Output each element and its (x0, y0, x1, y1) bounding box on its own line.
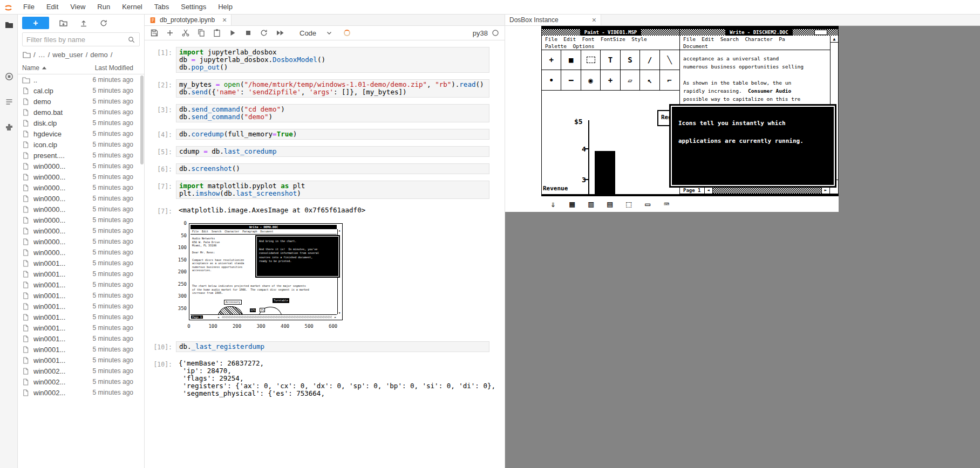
table-of-contents-icon[interactable] (4, 97, 15, 107)
code-editor[interactable]: my_bytes = open("/home/mturk/temp/window… (176, 79, 489, 98)
file-row[interactable]: win0000...5 minutes ago (18, 182, 144, 193)
paste-cells-button[interactable] (213, 29, 221, 37)
extensions-icon[interactable] (4, 122, 15, 133)
file-row[interactable]: win0002...5 minutes ago (18, 366, 144, 376)
upload-button[interactable] (79, 19, 88, 27)
sort-by-name-header[interactable]: Name (22, 64, 88, 72)
file-row[interactable]: win0001...5 minutes ago (18, 279, 144, 290)
file-row[interactable]: win0000...5 minutes ago (18, 236, 144, 247)
file-browser-icon[interactable] (4, 19, 15, 30)
file-row[interactable]: win0000...5 minutes ago (18, 161, 144, 171)
write-menubar-row2[interactable]: Document (680, 43, 838, 50)
paint-tool-icon-7[interactable]: ╲ (660, 50, 679, 70)
desktop-app-icon-4[interactable]: ▤ (603, 198, 616, 210)
file-row[interactable]: win0001...5 minutes ago (18, 258, 144, 269)
desktop-app-icon-5[interactable]: ⬚ (622, 198, 635, 210)
save-button[interactable] (150, 29, 159, 37)
paint-tool-icon-5[interactable]: S (621, 50, 640, 70)
paint-tool-icon-8[interactable]: • (542, 70, 561, 90)
menu-tabs[interactable]: Tabs (148, 0, 175, 14)
file-row[interactable]: win0001...5 minutes ago (18, 322, 144, 333)
file-row[interactable]: cal.clp5 minutes ago (18, 85, 144, 96)
cell-type-select[interactable]: Code (300, 29, 332, 37)
file-row[interactable]: demo5 minutes ago (18, 96, 144, 107)
code-editor[interactable]: import jupyterlab_dosboxdb = jupyterlab_… (176, 47, 489, 73)
menu-edit[interactable]: Edit (40, 0, 64, 14)
file-row[interactable]: win0002...5 minutes ago (18, 387, 144, 398)
desktop-app-icon-1[interactable]: ⇓ (547, 198, 560, 210)
menu-kernel[interactable]: Kernel (116, 0, 148, 14)
file-row[interactable]: hgdevice5 minutes ago (18, 128, 144, 139)
file-row[interactable]: win0001...5 minutes ago (18, 333, 144, 344)
paint-tool-icon-13[interactable]: ↖ (640, 70, 659, 90)
dosbox-screen[interactable]: Paint - VIDEO1.MSP File Edit Font FontSi… (541, 26, 839, 212)
tab-dosbox[interactable]: DosBox Instance × (505, 15, 601, 25)
desktop-app-icon-3[interactable]: ▥ (584, 198, 597, 210)
file-row[interactable]: ..6 minutes ago (18, 74, 144, 85)
menu-run[interactable]: Run (91, 0, 116, 14)
run-button[interactable] (228, 29, 237, 37)
close-tab-icon[interactable]: × (592, 16, 596, 24)
file-row[interactable]: win0001...5 minutes ago (18, 301, 144, 312)
file-row[interactable]: win0001...5 minutes ago (18, 269, 144, 279)
refresh-button[interactable] (99, 19, 108, 27)
file-row[interactable]: win0001...5 minutes ago (18, 290, 144, 301)
breadcrumb-segment[interactable]: demo (90, 51, 108, 59)
menu-file[interactable]: File (17, 0, 40, 14)
running-kernels-icon[interactable] (4, 71, 15, 82)
new-folder-button[interactable] (59, 19, 68, 27)
kernel-name-label[interactable]: py38 (473, 29, 488, 37)
write-horizontal-scrollbar[interactable]: Page 1 ◄ ► (680, 187, 830, 194)
file-list-scrollbar[interactable] (140, 75, 144, 164)
file-row[interactable]: win0001...5 minutes ago (18, 344, 144, 355)
file-row[interactable]: disk.clp5 minutes ago (18, 118, 144, 128)
paint-tool-icon-12[interactable]: ▱ (621, 70, 640, 90)
menu-view[interactable]: View (64, 0, 91, 14)
paint-tool-icon-14[interactable]: ⌐ (660, 70, 679, 90)
paint-tool-icon-11[interactable]: + (601, 70, 620, 90)
code-editor[interactable]: db.send_command("cd demo")db.send_comman… (176, 104, 489, 122)
paint-tool-icon-9[interactable]: ━ (561, 70, 581, 90)
interrupt-kernel-button[interactable] (244, 29, 253, 37)
write-maximize-box[interactable] (814, 30, 827, 35)
restart-kernel-button[interactable] (260, 29, 268, 37)
file-row[interactable]: demo.bat5 minutes ago (18, 107, 144, 118)
file-row[interactable]: win0001...5 minutes ago (18, 355, 144, 366)
code-editor[interactable]: import matplotlib.pyplot as pltplt.imsho… (176, 181, 489, 199)
sort-by-modified-header[interactable]: Last Modified (88, 64, 140, 72)
write-titlebar[interactable]: Write - DISCHEM2.DOC (680, 29, 838, 36)
new-launcher-button[interactable]: + (22, 17, 49, 29)
file-row[interactable]: win0000...5 minutes ago (18, 204, 144, 215)
breadcrumb-segment[interactable]: … (38, 51, 45, 59)
desktop-app-icon-2[interactable]: ▦ (566, 198, 579, 210)
paint-tool-icon-1[interactable]: + (542, 50, 561, 70)
tab-notebook[interactable]: db_prototype.ipynb × (145, 15, 232, 25)
breadcrumb-segment[interactable]: web_user (52, 51, 83, 59)
home-folder-icon[interactable] (23, 51, 31, 58)
paint-tool-icon-10[interactable]: ◉ (581, 70, 601, 90)
paint-tool-icon-3[interactable] (581, 50, 601, 70)
write-menubar-row1[interactable]: File Edit Search Character Pa (680, 36, 838, 43)
paint-tool-icon-6[interactable]: / (640, 50, 659, 70)
file-row[interactable]: win0001...5 minutes ago (18, 312, 144, 322)
paint-window[interactable]: Paint - VIDEO1.MSP File Edit Font FontSi… (541, 29, 680, 194)
add-cell-button[interactable] (166, 29, 174, 37)
code-editor[interactable]: cdump = db.last_coredump (176, 146, 489, 157)
file-row[interactable]: win0000...5 minutes ago (18, 171, 144, 182)
menu-settings[interactable]: Settings (175, 0, 212, 14)
desktop-app-icon-6[interactable]: ▭ (641, 198, 654, 210)
paint-menubar-row1[interactable]: File Edit Font FontSize Style (542, 36, 679, 43)
file-row[interactable]: win0000...5 minutes ago (18, 247, 144, 258)
file-row[interactable]: win0000...5 minutes ago (18, 215, 144, 225)
paint-titlebar[interactable]: Paint - VIDEO1.MSP (542, 29, 679, 36)
filter-files-input[interactable]: Filter files by name (22, 32, 140, 46)
paint-tool-icon-4[interactable]: T (601, 50, 620, 70)
code-editor[interactable]: db.coredump(full_memory=True) (176, 129, 489, 140)
file-row[interactable]: icon.clp5 minutes ago (18, 139, 144, 150)
code-editor[interactable]: db._last_registerdump (176, 341, 489, 352)
menu-help[interactable]: Help (212, 0, 239, 14)
restart-run-all-button[interactable] (275, 29, 285, 37)
code-editor[interactable]: db.screenshot() (176, 163, 489, 174)
close-tab-icon[interactable]: × (222, 16, 227, 24)
paint-menubar-row2[interactable]: Palette Options (542, 43, 679, 50)
